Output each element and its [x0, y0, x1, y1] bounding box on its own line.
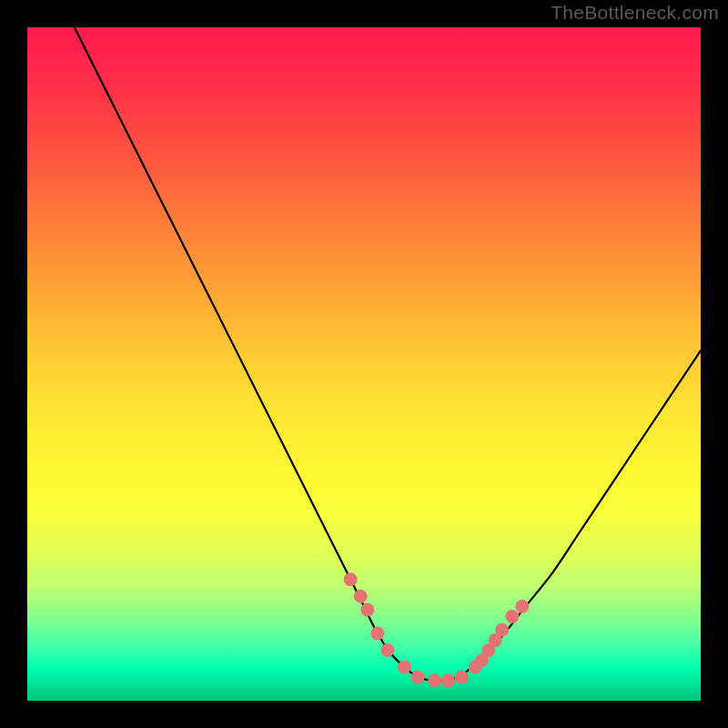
marker-point: [505, 610, 519, 623]
marker-point: [380, 643, 394, 657]
marker-point: [344, 572, 358, 586]
marker-point: [398, 661, 411, 674]
marker-point: [360, 603, 374, 617]
marker-point: [411, 671, 425, 684]
marker-point: [441, 673, 455, 687]
plot-area: [27, 27, 701, 701]
bottleneck-curve: [75, 27, 701, 681]
chart-container: TheBottleneck.com: [0, 0, 728, 728]
marker-point: [370, 627, 384, 641]
attribution-text: TheBottleneck.com: [551, 2, 719, 24]
highlighted-points: [344, 572, 530, 687]
marker-point: [515, 600, 529, 613]
marker-point: [354, 590, 368, 603]
marker-point: [495, 623, 509, 637]
marker-point: [455, 671, 469, 684]
marker-point: [428, 673, 441, 687]
curve-layer: [27, 27, 701, 701]
